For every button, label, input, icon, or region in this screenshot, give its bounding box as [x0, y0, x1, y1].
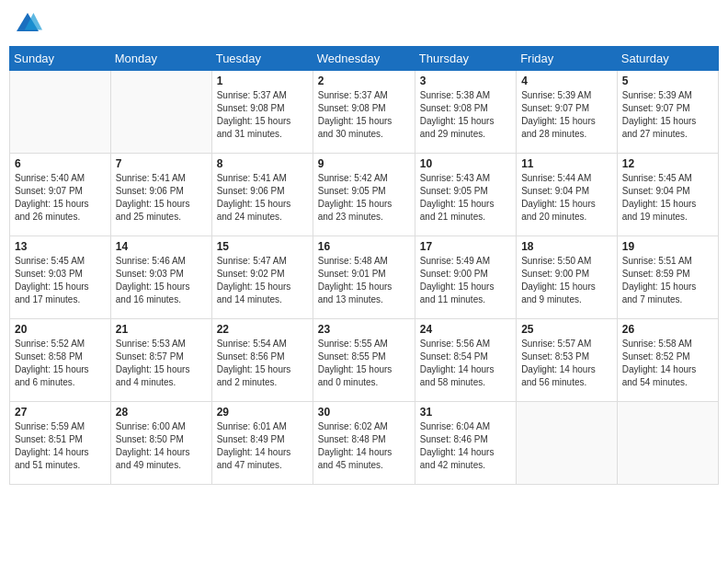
weekday-header: Saturday — [617, 47, 718, 71]
day-number: 15 — [217, 240, 308, 253]
calendar-day-cell: 23Sunrise: 5:55 AM Sunset: 8:55 PM Dayli… — [313, 319, 415, 402]
logo — [13, 9, 46, 39]
day-number: 8 — [217, 157, 308, 170]
calendar-day-cell — [10, 71, 111, 154]
calendar-day-cell: 28Sunrise: 6:00 AM Sunset: 8:50 PM Dayli… — [110, 402, 211, 485]
day-info: Sunrise: 6:00 AM Sunset: 8:50 PM Dayligh… — [116, 420, 207, 472]
day-number: 12 — [622, 157, 713, 170]
day-number: 2 — [318, 75, 410, 87]
day-info: Sunrise: 5:51 AM Sunset: 8:59 PM Dayligh… — [622, 255, 713, 306]
day-info: Sunrise: 5:37 AM Sunset: 9:08 PM Dayligh… — [217, 89, 308, 141]
day-info: Sunrise: 5:41 AM Sunset: 9:06 PM Dayligh… — [217, 172, 308, 224]
day-number: 26 — [622, 323, 713, 336]
day-info: Sunrise: 5:57 AM Sunset: 8:53 PM Dayligh… — [521, 338, 612, 389]
calendar-day-cell: 6Sunrise: 5:40 AM Sunset: 9:07 PM Daylig… — [10, 154, 111, 236]
weekday-header: Tuesday — [211, 47, 313, 71]
calendar-week-row: 6Sunrise: 5:40 AM Sunset: 9:07 PM Daylig… — [10, 154, 719, 236]
day-info: Sunrise: 5:37 AM Sunset: 9:08 PM Dayligh… — [318, 89, 410, 141]
day-number: 5 — [622, 75, 713, 87]
calendar-day-cell: 25Sunrise: 5:57 AM Sunset: 8:53 PM Dayli… — [517, 319, 618, 402]
day-number: 10 — [420, 157, 511, 170]
day-number: 3 — [420, 75, 511, 87]
day-number: 29 — [217, 406, 308, 419]
weekday-header: Thursday — [415, 47, 516, 71]
calendar-day-cell: 29Sunrise: 6:01 AM Sunset: 8:49 PM Dayli… — [211, 402, 313, 485]
calendar-day-cell: 12Sunrise: 5:45 AM Sunset: 9:04 PM Dayli… — [617, 154, 718, 236]
calendar-day-cell: 11Sunrise: 5:44 AM Sunset: 9:04 PM Dayli… — [517, 154, 618, 236]
calendar-day-cell: 3Sunrise: 5:38 AM Sunset: 9:08 PM Daylig… — [415, 71, 516, 154]
calendar-day-cell: 22Sunrise: 5:54 AM Sunset: 8:56 PM Dayli… — [211, 319, 313, 402]
calendar-day-cell: 7Sunrise: 5:41 AM Sunset: 9:06 PM Daylig… — [110, 154, 211, 236]
day-number: 27 — [15, 406, 106, 419]
calendar-day-cell: 31Sunrise: 6:04 AM Sunset: 8:46 PM Dayli… — [415, 402, 516, 485]
day-info: Sunrise: 5:59 AM Sunset: 8:51 PM Dayligh… — [15, 420, 106, 472]
day-number: 4 — [521, 75, 612, 87]
calendar-day-cell: 10Sunrise: 5:43 AM Sunset: 9:05 PM Dayli… — [415, 154, 516, 236]
day-number: 19 — [622, 240, 713, 253]
day-info: Sunrise: 5:50 AM Sunset: 9:00 PM Dayligh… — [521, 255, 612, 306]
day-number: 18 — [521, 240, 612, 253]
day-number: 11 — [521, 157, 612, 170]
day-number: 14 — [116, 240, 207, 253]
day-info: Sunrise: 5:39 AM Sunset: 9:07 PM Dayligh… — [521, 89, 612, 141]
calendar-day-cell: 15Sunrise: 5:47 AM Sunset: 9:02 PM Dayli… — [211, 236, 313, 319]
logo-icon — [13, 9, 42, 39]
calendar-day-cell: 21Sunrise: 5:53 AM Sunset: 8:57 PM Dayli… — [110, 319, 211, 402]
day-info: Sunrise: 5:47 AM Sunset: 9:02 PM Dayligh… — [217, 255, 308, 306]
calendar-day-cell: 2Sunrise: 5:37 AM Sunset: 9:08 PM Daylig… — [313, 71, 415, 154]
calendar-day-cell: 20Sunrise: 5:52 AM Sunset: 8:58 PM Dayli… — [10, 319, 111, 402]
weekday-header: Monday — [110, 47, 211, 71]
day-number: 25 — [521, 323, 612, 336]
weekday-header: Sunday — [10, 47, 111, 71]
calendar-day-cell: 30Sunrise: 6:02 AM Sunset: 8:48 PM Dayli… — [313, 402, 415, 485]
calendar-day-cell: 17Sunrise: 5:49 AM Sunset: 9:00 PM Dayli… — [415, 236, 516, 319]
day-info: Sunrise: 5:58 AM Sunset: 8:52 PM Dayligh… — [622, 338, 713, 389]
calendar-day-cell: 14Sunrise: 5:46 AM Sunset: 9:03 PM Dayli… — [110, 236, 211, 319]
day-number: 17 — [420, 240, 511, 253]
calendar: SundayMondayTuesdayWednesdayThursdayFrid… — [9, 46, 719, 485]
day-number: 31 — [420, 406, 511, 419]
calendar-header: SundayMondayTuesdayWednesdayThursdayFrid… — [10, 47, 719, 71]
day-info: Sunrise: 5:48 AM Sunset: 9:01 PM Dayligh… — [318, 255, 410, 306]
day-info: Sunrise: 5:46 AM Sunset: 9:03 PM Dayligh… — [116, 255, 207, 306]
day-number: 16 — [318, 240, 410, 253]
calendar-day-cell: 26Sunrise: 5:58 AM Sunset: 8:52 PM Dayli… — [617, 319, 718, 402]
calendar-day-cell: 27Sunrise: 5:59 AM Sunset: 8:51 PM Dayli… — [10, 402, 111, 485]
day-number: 22 — [217, 323, 308, 336]
day-number: 6 — [15, 157, 106, 170]
day-info: Sunrise: 5:40 AM Sunset: 9:07 PM Dayligh… — [15, 172, 106, 224]
day-number: 1 — [217, 75, 308, 87]
calendar-day-cell — [517, 402, 618, 485]
day-number: 20 — [15, 323, 106, 336]
page-header — [9, 9, 719, 39]
calendar-day-cell — [110, 71, 211, 154]
day-info: Sunrise: 5:54 AM Sunset: 8:56 PM Dayligh… — [217, 338, 308, 389]
day-info: Sunrise: 5:56 AM Sunset: 8:54 PM Dayligh… — [420, 338, 511, 389]
day-info: Sunrise: 5:49 AM Sunset: 9:00 PM Dayligh… — [420, 255, 511, 306]
calendar-day-cell — [617, 402, 718, 485]
day-info: Sunrise: 5:39 AM Sunset: 9:07 PM Dayligh… — [622, 89, 713, 141]
calendar-day-cell: 19Sunrise: 5:51 AM Sunset: 8:59 PM Dayli… — [617, 236, 718, 319]
day-number: 30 — [318, 406, 410, 419]
calendar-day-cell: 5Sunrise: 5:39 AM Sunset: 9:07 PM Daylig… — [617, 71, 718, 154]
day-info: Sunrise: 5:55 AM Sunset: 8:55 PM Dayligh… — [318, 338, 410, 389]
day-info: Sunrise: 6:04 AM Sunset: 8:46 PM Dayligh… — [420, 420, 511, 472]
calendar-week-row: 27Sunrise: 5:59 AM Sunset: 8:51 PM Dayli… — [10, 402, 719, 485]
calendar-day-cell: 18Sunrise: 5:50 AM Sunset: 9:00 PM Dayli… — [517, 236, 618, 319]
day-info: Sunrise: 6:02 AM Sunset: 8:48 PM Dayligh… — [318, 420, 410, 472]
day-info: Sunrise: 5:43 AM Sunset: 9:05 PM Dayligh… — [420, 172, 511, 224]
calendar-day-cell: 1Sunrise: 5:37 AM Sunset: 9:08 PM Daylig… — [211, 71, 313, 154]
day-number: 28 — [116, 406, 207, 419]
day-number: 7 — [116, 157, 207, 170]
day-info: Sunrise: 5:53 AM Sunset: 8:57 PM Dayligh… — [116, 338, 207, 389]
weekday-header: Wednesday — [313, 47, 415, 71]
day-number: 24 — [420, 323, 511, 336]
calendar-day-cell: 24Sunrise: 5:56 AM Sunset: 8:54 PM Dayli… — [415, 319, 516, 402]
day-number: 21 — [116, 323, 207, 336]
day-number: 23 — [318, 323, 410, 336]
day-number: 9 — [318, 157, 410, 170]
day-info: Sunrise: 5:42 AM Sunset: 9:05 PM Dayligh… — [318, 172, 410, 224]
day-number: 13 — [15, 240, 106, 253]
calendar-week-row: 20Sunrise: 5:52 AM Sunset: 8:58 PM Dayli… — [10, 319, 719, 402]
day-info: Sunrise: 5:38 AM Sunset: 9:08 PM Dayligh… — [420, 89, 511, 141]
